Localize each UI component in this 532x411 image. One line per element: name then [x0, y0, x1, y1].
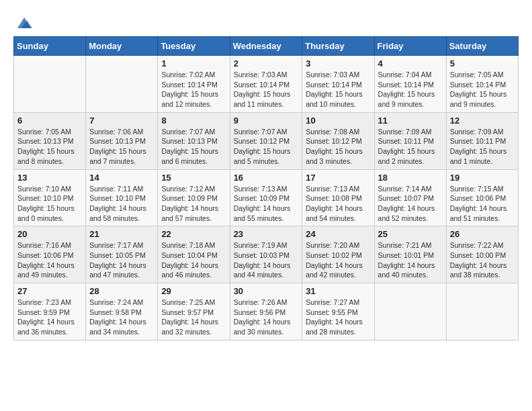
day-info: Sunrise: 7:11 AM Sunset: 10:10 PM Daylig…	[89, 184, 154, 224]
calendar-cell: 1 Sunrise: 7:02 AM Sunset: 10:14 PM Dayl…	[158, 56, 230, 113]
day-number: 27	[17, 286, 82, 296]
day-number: 13	[17, 173, 82, 183]
day-info: Sunrise: 7:05 AM Sunset: 10:14 PM Daylig…	[450, 70, 515, 109]
weekday-header-sunday: Sunday	[14, 37, 86, 56]
calendar-cell	[446, 283, 518, 340]
calendar-cell: 11 Sunrise: 7:09 AM Sunset: 10:11 PM Day…	[374, 112, 446, 169]
calendar-cell: 18 Sunrise: 7:14 AM Sunset: 10:07 PM Day…	[374, 169, 446, 226]
day-number: 8	[161, 116, 226, 126]
day-number: 2	[234, 58, 299, 68]
calendar-cell: 26 Sunrise: 7:22 AM Sunset: 10:00 PM Day…	[446, 226, 518, 283]
week-row-5: 27 Sunrise: 7:23 AM Sunset: 9:59 PM Dayl…	[14, 283, 519, 340]
day-info: Sunrise: 7:07 AM Sunset: 10:12 PM Daylig…	[234, 127, 299, 167]
day-number: 15	[161, 173, 226, 183]
day-info: Sunrise: 7:15 AM Sunset: 10:06 PM Daylig…	[450, 184, 515, 224]
logo	[13, 13, 34, 30]
day-number: 30	[234, 286, 299, 296]
calendar-cell: 16 Sunrise: 7:13 AM Sunset: 10:09 PM Day…	[230, 169, 302, 226]
day-number: 24	[306, 229, 370, 239]
day-info: Sunrise: 7:07 AM Sunset: 10:13 PM Daylig…	[161, 127, 226, 167]
day-number: 26	[450, 229, 515, 239]
day-number: 28	[89, 286, 154, 296]
day-info: Sunrise: 7:02 AM Sunset: 10:14 PM Daylig…	[161, 70, 226, 109]
calendar-table: SundayMondayTuesdayWednesdayThursdayFrid…	[13, 36, 519, 340]
day-info: Sunrise: 7:10 AM Sunset: 10:10 PM Daylig…	[17, 184, 82, 224]
day-info: Sunrise: 7:08 AM Sunset: 10:12 PM Daylig…	[306, 127, 370, 167]
day-info: Sunrise: 7:18 AM Sunset: 10:04 PM Daylig…	[161, 240, 226, 280]
day-number: 18	[378, 173, 443, 183]
calendar-cell: 30 Sunrise: 7:26 AM Sunset: 9:56 PM Dayl…	[230, 283, 302, 340]
day-info: Sunrise: 7:05 AM Sunset: 10:13 PM Daylig…	[17, 127, 82, 167]
calendar-cell: 2 Sunrise: 7:03 AM Sunset: 10:14 PM Dayl…	[230, 56, 302, 113]
day-number: 29	[161, 286, 226, 296]
calendar-cell: 21 Sunrise: 7:17 AM Sunset: 10:05 PM Day…	[86, 226, 158, 283]
week-row-3: 13 Sunrise: 7:10 AM Sunset: 10:10 PM Day…	[14, 169, 519, 226]
day-number: 20	[17, 229, 82, 239]
calendar-cell: 7 Sunrise: 7:06 AM Sunset: 10:13 PM Dayl…	[86, 112, 158, 169]
day-number: 19	[450, 173, 515, 183]
day-info: Sunrise: 7:27 AM Sunset: 9:55 PM Dayligh…	[306, 298, 370, 337]
day-info: Sunrise: 7:03 AM Sunset: 10:14 PM Daylig…	[306, 70, 370, 109]
calendar-cell: 6 Sunrise: 7:05 AM Sunset: 10:13 PM Dayl…	[14, 112, 86, 169]
day-info: Sunrise: 7:26 AM Sunset: 9:56 PM Dayligh…	[234, 298, 299, 337]
calendar-cell: 12 Sunrise: 7:09 AM Sunset: 10:11 PM Day…	[446, 112, 518, 169]
calendar-cell: 27 Sunrise: 7:23 AM Sunset: 9:59 PM Dayl…	[14, 283, 86, 340]
calendar-cell: 9 Sunrise: 7:07 AM Sunset: 10:12 PM Dayl…	[230, 112, 302, 169]
day-info: Sunrise: 7:03 AM Sunset: 10:14 PM Daylig…	[234, 70, 299, 109]
day-info: Sunrise: 7:13 AM Sunset: 10:09 PM Daylig…	[234, 184, 299, 224]
weekday-header-tuesday: Tuesday	[158, 37, 230, 56]
day-info: Sunrise: 7:25 AM Sunset: 9:57 PM Dayligh…	[161, 298, 226, 337]
calendar-cell: 19 Sunrise: 7:15 AM Sunset: 10:06 PM Day…	[446, 169, 518, 226]
day-number: 4	[378, 58, 443, 68]
weekday-header-saturday: Saturday	[446, 37, 518, 56]
calendar-cell: 15 Sunrise: 7:12 AM Sunset: 10:09 PM Day…	[158, 169, 230, 226]
page-header	[13, 13, 519, 30]
day-number: 3	[306, 58, 370, 68]
day-number: 9	[234, 116, 299, 126]
calendar-cell: 4 Sunrise: 7:04 AM Sunset: 10:14 PM Dayl…	[374, 56, 446, 113]
calendar-cell: 29 Sunrise: 7:25 AM Sunset: 9:57 PM Dayl…	[158, 283, 230, 340]
day-number: 14	[89, 173, 154, 183]
day-info: Sunrise: 7:09 AM Sunset: 10:11 PM Daylig…	[450, 127, 515, 167]
day-number: 11	[378, 116, 443, 126]
day-number: 7	[89, 116, 154, 126]
day-number: 23	[234, 229, 299, 239]
calendar-cell: 17 Sunrise: 7:13 AM Sunset: 10:08 PM Day…	[302, 169, 374, 226]
day-info: Sunrise: 7:14 AM Sunset: 10:07 PM Daylig…	[378, 184, 443, 224]
weekday-header-friday: Friday	[374, 37, 446, 56]
weekday-header-wednesday: Wednesday	[230, 37, 302, 56]
week-row-2: 6 Sunrise: 7:05 AM Sunset: 10:13 PM Dayl…	[14, 112, 519, 169]
calendar-cell: 3 Sunrise: 7:03 AM Sunset: 10:14 PM Dayl…	[302, 56, 374, 113]
calendar-cell: 8 Sunrise: 7:07 AM Sunset: 10:13 PM Dayl…	[158, 112, 230, 169]
calendar-cell	[86, 56, 158, 113]
day-number: 12	[450, 116, 515, 126]
day-number: 5	[450, 58, 515, 68]
week-row-4: 20 Sunrise: 7:16 AM Sunset: 10:06 PM Day…	[14, 226, 519, 283]
calendar-cell: 14 Sunrise: 7:11 AM Sunset: 10:10 PM Day…	[86, 169, 158, 226]
calendar-cell	[374, 283, 446, 340]
day-info: Sunrise: 7:09 AM Sunset: 10:11 PM Daylig…	[378, 127, 443, 167]
day-info: Sunrise: 7:04 AM Sunset: 10:14 PM Daylig…	[378, 70, 443, 109]
calendar-cell	[14, 56, 86, 113]
day-info: Sunrise: 7:23 AM Sunset: 9:59 PM Dayligh…	[17, 298, 82, 337]
calendar-cell: 28 Sunrise: 7:24 AM Sunset: 9:58 PM Dayl…	[86, 283, 158, 340]
day-info: Sunrise: 7:24 AM Sunset: 9:58 PM Dayligh…	[89, 298, 154, 337]
calendar-cell: 13 Sunrise: 7:10 AM Sunset: 10:10 PM Day…	[14, 169, 86, 226]
day-info: Sunrise: 7:22 AM Sunset: 10:00 PM Daylig…	[450, 240, 515, 280]
calendar-cell: 5 Sunrise: 7:05 AM Sunset: 10:14 PM Dayl…	[446, 56, 518, 113]
calendar-cell: 20 Sunrise: 7:16 AM Sunset: 10:06 PM Day…	[14, 226, 86, 283]
day-info: Sunrise: 7:13 AM Sunset: 10:08 PM Daylig…	[306, 184, 370, 224]
calendar-cell: 22 Sunrise: 7:18 AM Sunset: 10:04 PM Day…	[158, 226, 230, 283]
day-number: 1	[161, 58, 226, 68]
week-row-1: 1 Sunrise: 7:02 AM Sunset: 10:14 PM Dayl…	[14, 56, 519, 113]
day-number: 6	[17, 116, 82, 126]
calendar-cell: 10 Sunrise: 7:08 AM Sunset: 10:12 PM Day…	[302, 112, 374, 169]
day-number: 21	[89, 229, 154, 239]
calendar-cell: 23 Sunrise: 7:19 AM Sunset: 10:03 PM Day…	[230, 226, 302, 283]
day-info: Sunrise: 7:12 AM Sunset: 10:09 PM Daylig…	[161, 184, 226, 224]
day-number: 31	[306, 286, 370, 296]
day-number: 16	[234, 173, 299, 183]
day-number: 10	[306, 116, 370, 126]
day-number: 25	[378, 229, 443, 239]
day-info: Sunrise: 7:16 AM Sunset: 10:06 PM Daylig…	[17, 240, 82, 280]
